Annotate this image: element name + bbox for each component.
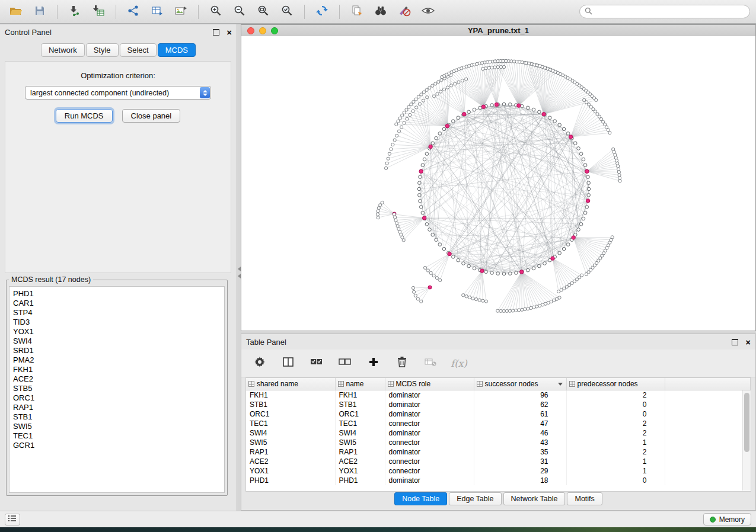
new-table-button[interactable] (147, 3, 167, 21)
window-close-icon[interactable] (247, 27, 254, 34)
delete-table-button-disabled (423, 355, 438, 371)
table-row[interactable]: SWI5SWI5connector431 (246, 438, 751, 447)
window-minimize-icon[interactable] (259, 27, 266, 34)
float-panel-icon[interactable] (213, 29, 219, 36)
optimization-criterion-select[interactable]: largest connected component (undirected) (25, 86, 211, 100)
import-table-button[interactable] (88, 3, 109, 21)
column-header-MCDS-role[interactable]: MCDS role (385, 378, 474, 390)
table-row[interactable]: ORC1ORC1dominator610 (246, 409, 751, 419)
tab-motifs[interactable]: Motifs (567, 492, 602, 505)
mcds-result-item[interactable]: TEC1 (13, 431, 224, 441)
tab-mcds[interactable]: MCDS (158, 43, 196, 57)
table-row[interactable]: YOX1YOX1connector291 (246, 466, 751, 476)
deselect-all-button[interactable] (337, 355, 353, 371)
refresh-layout-button[interactable] (312, 3, 332, 21)
save-session-button[interactable] (30, 3, 50, 21)
table-scrollbar-thumb[interactable] (744, 393, 749, 452)
table-cell: SWI4 (246, 428, 335, 438)
zoom-fit-button[interactable] (253, 3, 273, 21)
mcds-result-item[interactable]: STB1 (13, 412, 224, 422)
memory-button[interactable]: Memory (703, 513, 751, 525)
mcds-result-item[interactable]: ACE2 (13, 374, 224, 384)
mcds-result-item[interactable]: STB5 (13, 384, 224, 393)
table-cell: 2 (566, 447, 665, 457)
mcds-result-item[interactable]: TID3 (13, 318, 224, 327)
tab-style[interactable]: Style (86, 43, 119, 57)
search-input[interactable] (595, 7, 745, 17)
table-row[interactable]: RAP1RAP1dominator352 (246, 447, 751, 457)
table-cell: ACE2 (246, 457, 335, 466)
mcds-result-item[interactable]: PMA2 (13, 355, 224, 365)
export-image-button[interactable] (171, 3, 191, 21)
toolbar-separator (57, 5, 58, 19)
table-row[interactable]: FKH1FKH1dominator962 (246, 390, 751, 400)
column-header-successor-nodes[interactable]: successor nodes (474, 378, 566, 390)
table-cell: 2 (566, 428, 665, 438)
table-row[interactable]: SWI4SWI4dominator462 (246, 428, 751, 438)
zoom-selected-button[interactable] (277, 3, 297, 21)
column-header-name[interactable]: name (335, 378, 385, 390)
table-row[interactable]: STB1STB1dominator620 (246, 400, 751, 409)
mcds-result-item[interactable]: RAP1 (13, 403, 224, 412)
table-row[interactable]: ACE2ACE2connector311 (246, 457, 751, 466)
zoom-out-button[interactable] (229, 3, 250, 21)
apply-style-button[interactable] (394, 3, 414, 21)
table-panel-tabs: Node TableEdge TableNetwork TableMotifs (241, 492, 755, 505)
search-box (579, 5, 750, 18)
tab-edge-table[interactable]: Edge Table (449, 492, 501, 505)
node-table-header-row: shared namenameMCDS rolesuccessor nodesp… (246, 378, 751, 390)
main-toolbar (0, 0, 756, 24)
checked-boxes-icon (310, 357, 324, 370)
mcds-result-item[interactable]: YOX1 (13, 327, 224, 336)
run-mcds-button[interactable]: Run MCDS (56, 109, 113, 123)
table-cell: dominator (385, 428, 474, 438)
float-panel-icon[interactable] (732, 339, 738, 345)
column-header-filler (665, 378, 751, 390)
add-column-button[interactable] (366, 355, 381, 371)
delete-column-button[interactable] (394, 355, 410, 371)
open-file-button[interactable] (6, 3, 26, 21)
mcds-result-item[interactable]: STP4 (13, 308, 224, 318)
mcds-result-item[interactable]: SWI5 (13, 422, 224, 431)
search-network-button[interactable] (371, 3, 391, 21)
tab-node-table[interactable]: Node Table (394, 492, 447, 505)
tab-network[interactable]: Network (41, 43, 85, 57)
tab-network-table[interactable]: Network Table (503, 492, 566, 505)
close-panel-icon[interactable]: × (227, 28, 232, 37)
mcds-result-item[interactable]: ORC1 (13, 393, 224, 403)
mcds-result-item[interactable]: CAR1 (13, 299, 224, 308)
table-cell: 31 (474, 457, 566, 466)
table-row[interactable]: PHD1PHD1dominator180 (246, 476, 751, 485)
tab-select[interactable]: Select (120, 43, 157, 57)
window-maximize-icon[interactable] (271, 27, 278, 34)
mcds-result-item[interactable]: SRD1 (13, 346, 224, 355)
table-row[interactable]: TEC1TEC1connector472 (246, 419, 751, 428)
network-canvas[interactable] (241, 36, 755, 331)
table-cell: 0 (566, 400, 665, 409)
table-scrollbar[interactable] (742, 390, 751, 491)
mcds-result-item[interactable]: GCR1 (13, 441, 224, 450)
select-all-button[interactable] (309, 355, 324, 371)
show-panels-button[interactable] (5, 514, 20, 525)
close-panel-icon[interactable]: × (745, 338, 751, 347)
zoom-in-button[interactable] (206, 3, 226, 21)
table-cell: ORC1 (246, 409, 335, 419)
mcds-result-item[interactable]: FKH1 (13, 365, 224, 374)
import-network-button[interactable] (65, 3, 85, 21)
new-network-button[interactable] (123, 3, 143, 21)
close-panel-button[interactable]: Close panel (122, 109, 181, 123)
network-window-titlebar[interactable]: YPA_prune.txt_1 (241, 25, 755, 37)
copy-network-button[interactable] (347, 3, 367, 21)
chevron-down-icon[interactable] (558, 383, 563, 386)
show-hide-button[interactable] (418, 3, 438, 21)
mcds-result-item[interactable]: PHD1 (13, 289, 224, 299)
mcds-result-item[interactable]: SWI4 (13, 336, 224, 346)
mcds-result-list[interactable]: PHD1CAR1STP4TID3YOX1SWI4SRD1PMA2FKH1ACE2… (9, 286, 225, 493)
show-columns-button[interactable] (280, 355, 296, 371)
toolbar-separator (116, 5, 116, 19)
column-header-predecessor-nodes[interactable]: predecessor nodes (566, 378, 665, 390)
column-header-shared-name[interactable]: shared name (246, 378, 335, 390)
open-folder-icon (9, 5, 23, 19)
table-options-button[interactable] (252, 355, 267, 371)
mcds-result-title: MCDS result (17 nodes) (9, 275, 93, 284)
